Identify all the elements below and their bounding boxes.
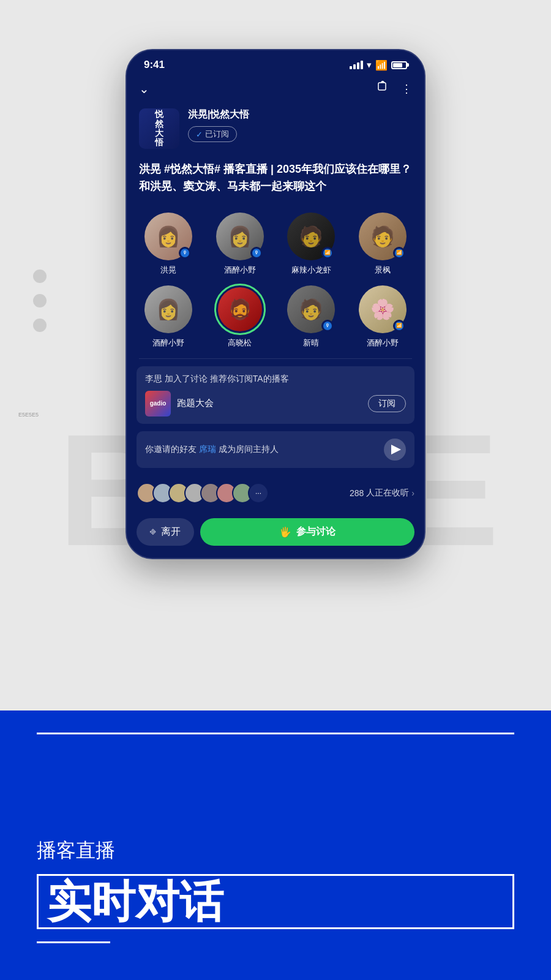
join-discussion-button[interactable]: 🖐 参与讨论 <box>200 518 414 546</box>
listener-more: ··· <box>248 483 269 503</box>
wifi-waves-icon: 📶 <box>375 59 388 71</box>
hand-icon: 🖐 <box>279 526 291 538</box>
play-button[interactable] <box>384 439 406 461</box>
speaker-badge: 🎙 <box>250 247 263 259</box>
speaker-badge: 📶 <box>393 320 405 332</box>
status-icons: ▾ 📶 <box>350 59 407 71</box>
count-arrow-icon: › <box>411 488 414 498</box>
subscribed-button[interactable]: ✓ 已订阅 <box>188 126 237 142</box>
mic-icon: 🎙 <box>323 322 332 330</box>
join-notification: 李思 加入了讨论 推荐你订阅TA的播客 gadio 跑题大会 订阅 <box>137 366 414 424</box>
speaker-name: 酒醉小野 <box>152 337 184 349</box>
speaker-badge: 🎙 <box>179 247 191 259</box>
episode-title-text: 洪晃 #悦然大悟# 播客直播 | 2035年我们应该住在哪里？和洪晃、窦文涛、马… <box>139 161 412 195</box>
more-icon[interactable]: ⋮ <box>401 82 412 96</box>
check-icon: ✓ <box>196 130 203 139</box>
listeners-count[interactable]: 288 人正在收听 › <box>350 488 414 499</box>
speaking-ring <box>214 284 266 335</box>
speakers-grid: 👩 🎙 洪晃 👩 🎙 <box>135 213 416 349</box>
podcast-recommend: gadio 跑题大会 订阅 <box>145 391 406 417</box>
speaker-badge: 📶 <box>393 247 405 259</box>
speaker-item: 🧑 🎙 新晴 <box>278 285 345 349</box>
side-dots <box>33 270 47 332</box>
speaker-name: 新晴 <box>303 337 319 349</box>
podcast-cover: 悦 然 大 悟 <box>139 108 179 149</box>
battery-icon <box>391 61 407 69</box>
phone-screen: 9:41 ▾ 📶 ⌄ <box>126 49 425 559</box>
dot-1 <box>33 270 47 283</box>
action-bar: ⎆ 离开 🖐 参与讨论 <box>127 511 424 558</box>
speaker-badge: 📶 <box>321 247 334 259</box>
phone-mockup: 9:41 ▾ 📶 ⌄ <box>126 49 425 559</box>
rec-podcast-name: 跑题大会 <box>177 398 362 409</box>
speaker-name: 高晓松 <box>228 337 252 349</box>
leave-button[interactable]: ⎆ 离开 <box>137 518 194 546</box>
speaker-avatar-wrap: 🧑 🎙 <box>287 285 335 333</box>
leave-icon: ⎆ <box>150 526 156 537</box>
speaker-avatar-wrap: 👩 <box>144 285 192 333</box>
mic-badge: 🎙 <box>181 249 189 257</box>
wifi-badge: 📶 <box>395 322 403 330</box>
speaker-item: 🧑 📶 景枫 <box>350 213 416 276</box>
color-label: E5E5E5 <box>18 412 39 418</box>
top-line <box>37 733 514 734</box>
status-time: 9:41 <box>144 59 165 71</box>
nav-right-icons: ⋮ <box>377 81 412 96</box>
friend-notification-text: 你邀请的好友 席瑞 成为房间主持人 <box>145 444 279 455</box>
bottom-line <box>37 941 110 943</box>
speaker-item: 🌸 📶 酒醉小野 <box>350 285 416 349</box>
bottom-section: 播客直播 实时对话 <box>0 710 551 980</box>
dot-3 <box>33 318 47 332</box>
play-triangle-icon <box>391 445 401 454</box>
bottom-title-box: 实时对话 <box>37 874 514 929</box>
join-text: 李思 加入了讨论 推荐你订阅TA的播客 <box>145 374 406 385</box>
friend-notification: 你邀请的好友 席瑞 成为房间主持人 <box>137 431 414 468</box>
wifi-badge: 📶 <box>323 249 332 257</box>
speaker-avatar-wrap: 🧑 📶 <box>359 213 407 260</box>
speaker-avatar-wrap: 👩 🎙 <box>144 213 192 260</box>
episode-title-section: 洪晃 #悦然大悟# 播客直播 | 2035年我们应该住在哪里？和洪晃、窦文涛、马… <box>127 157 424 206</box>
bottom-title-text: 实时对话 <box>47 877 223 926</box>
divider <box>139 358 412 359</box>
podcast-info: 洪晃|悦然大悟 ✓ 已订阅 <box>188 108 412 142</box>
speaker-item: 👩 🎙 酒醉小野 <box>207 213 274 276</box>
signal-icon <box>350 61 363 69</box>
speaker-avatar-wrap: 🧔 <box>216 285 264 333</box>
subscribe-button[interactable]: 订阅 <box>368 395 406 412</box>
speaker-name: 酒醉小野 <box>224 265 256 276</box>
speaker-badge: 🎙 <box>321 320 334 332</box>
speaker-item: 🧑 📶 麻辣小龙虾 <box>278 213 345 276</box>
wifi-icon: ▾ <box>367 59 372 70</box>
podcast-header: 悦 然 大 悟 洪晃|悦然大悟 ✓ 已订阅 <box>127 101 424 157</box>
status-bar: 9:41 ▾ 📶 <box>127 50 424 76</box>
back-chevron-icon[interactable]: ⌄ <box>139 81 149 96</box>
bottom-subtitle: 播客直播 <box>37 837 514 864</box>
speaker-name: 洪晃 <box>160 265 176 276</box>
speaker-name: 景枫 <box>375 265 391 276</box>
wifi-badge: 📶 <box>395 249 403 257</box>
nav-bar: ⌄ ⋮ <box>127 76 424 101</box>
svg-rect-0 <box>378 83 386 90</box>
mic-icon: 🎙 <box>252 249 261 257</box>
speaker-item: 🧔 高晓松 <box>207 285 274 349</box>
speaker-avatar-wrap: 🌸 📶 <box>359 285 407 333</box>
speaker-name: 酒醉小野 <box>367 337 399 349</box>
speaker-name: 麻辣小龙虾 <box>291 265 331 276</box>
dot-2 <box>33 294 47 307</box>
podcast-name: 洪晃|悦然大悟 <box>188 108 412 121</box>
speaker-item: 👩 酒醉小野 <box>135 285 202 349</box>
speaker-item: 👩 🎙 洪晃 <box>135 213 202 276</box>
listeners-bar: ··· 288 人正在收听 › <box>127 475 424 511</box>
speakers-section: 👩 🎙 洪晃 👩 🎙 <box>127 206 424 358</box>
speaker-avatar: 👩 <box>144 285 192 333</box>
speaker-avatar-wrap: 🧑 📶 <box>287 213 335 260</box>
listeners-avatars: ··· <box>137 483 264 503</box>
rec-cover: gadio <box>145 391 171 417</box>
share-icon[interactable] <box>377 81 389 96</box>
speaker-avatar-wrap: 👩 🎙 <box>216 213 264 260</box>
